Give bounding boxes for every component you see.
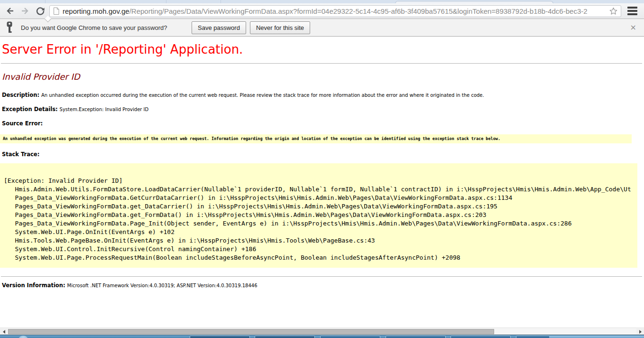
never-for-site-button[interactable]: Never for this site [250,21,310,34]
menu-button[interactable] [625,5,640,17]
horizontal-scrollbar[interactable] [0,328,644,335]
scrollbar-thumb[interactable] [8,329,494,334]
key-icon [6,21,18,34]
error-title: Server Error in '/Reporting' Application… [2,42,644,56]
bookmark-star-icon[interactable] [609,7,618,16]
stack-trace-label: Stack Trace: [2,151,39,158]
stack-trace-box: [Exception: Invalid Provider ID] Hmis.Ad… [0,163,637,268]
right-triangle-icon [639,330,642,334]
scroll-left-button[interactable] [0,329,8,335]
url-bar[interactable]: reporting.moh.gov.ge/Reporting/Pages/Dat… [49,5,621,17]
taskbar-button[interactable] [386,336,446,338]
back-arrow-icon [5,6,15,16]
scroll-right-button[interactable] [636,329,644,335]
forward-arrow-icon [20,6,30,16]
taskbar-button[interactable] [320,336,380,338]
url-host: reporting.moh.gov.ge [63,7,129,15]
system-tray[interactable] [549,336,644,338]
source-error-row: Source Error: [2,121,644,127]
taskbar-button[interactable] [190,336,250,338]
browser-window: reporting.moh.gov.ge/Reporting/Pages/Dat… [0,0,644,338]
url-text[interactable]: reporting.moh.gov.ge/Reporting/Pages/Dat… [63,7,606,15]
version-info-row: Version Information:Microsoft .NET Frame… [2,282,644,289]
version-info-label: Version Information: [2,282,65,289]
description-label: Description: [2,92,39,98]
error-subtitle: Invalid Provider ID [2,71,644,83]
tab-separator [45,0,46,3]
description-text: An unhandled exception occurred during t… [41,93,484,98]
source-error-label: Source Error: [2,120,43,127]
stack-trace-row: Stack Trace: [2,151,644,158]
tab-separator [221,0,221,3]
browser-toolbar: reporting.moh.gov.ge/Reporting/Pages/Dat… [0,3,644,19]
url-path: /Reporting/Pages/Data/ViewWorkingFormDat… [129,7,588,15]
tab-strip[interactable] [0,0,644,3]
save-password-button[interactable]: Save password [192,21,246,34]
description-row: Description:An unhandled exception occur… [2,92,644,98]
source-error-box: An unhandled exception was generated dur… [0,134,632,143]
version-info-text: Microsoft .NET Framework Version:4.0.303… [67,283,258,288]
windows-taskbar[interactable] [0,335,644,338]
taskbar-button[interactable] [255,336,315,338]
infobar-close-icon[interactable]: × [630,24,636,31]
password-infobar: Do you want Google Chrome to save your p… [0,19,644,37]
divider [1,63,642,64]
menu-icon [627,7,637,9]
left-triangle-icon [3,330,5,334]
tab-separator [166,0,166,3]
start-button[interactable] [18,336,28,338]
taskbar-button[interactable] [451,336,511,338]
exception-details-row: Exception Details:System.Exception: Inva… [2,106,644,113]
forward-button[interactable] [19,5,31,17]
infobar-message: Do you want Google Chrome to save your p… [21,24,185,31]
divider [1,276,642,277]
back-button[interactable] [4,5,16,17]
reload-icon [36,6,45,16]
error-page: Server Error in '/Reporting' Application… [0,37,644,328]
page-icon [53,7,60,15]
reload-button[interactable] [34,5,46,17]
exception-details-text: System.Exception: Invalid Provider ID [60,107,149,112]
exception-details-label: Exception Details: [2,106,58,113]
